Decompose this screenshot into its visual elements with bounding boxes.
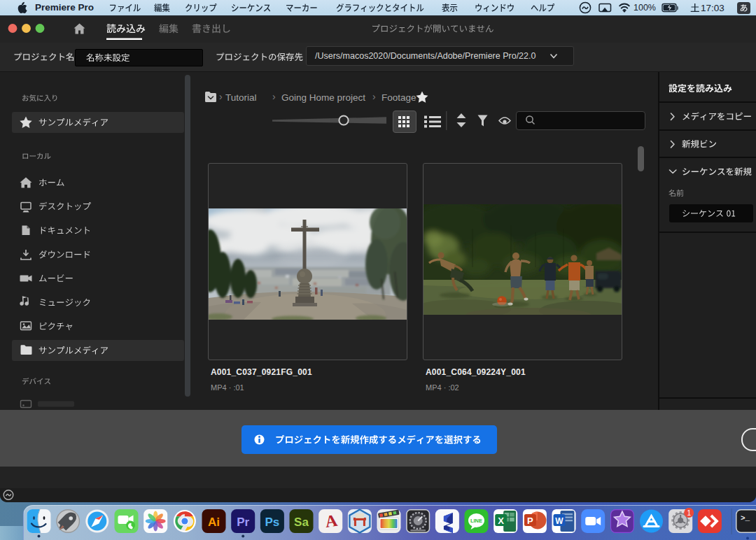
svg-text:LINE: LINE: [470, 518, 482, 524]
svg-text:Pr: Pr: [237, 516, 249, 529]
svg-text:Sa: Sa: [294, 516, 309, 529]
svg-text:Ai: Ai: [208, 516, 220, 529]
svg-text:>_: >_: [741, 514, 750, 523]
svg-text:W: W: [555, 516, 564, 526]
svg-text:1: 1: [687, 509, 691, 517]
svg-text:P: P: [527, 516, 533, 526]
svg-text:X: X: [498, 516, 504, 526]
svg-text:Ps: Ps: [265, 516, 280, 529]
